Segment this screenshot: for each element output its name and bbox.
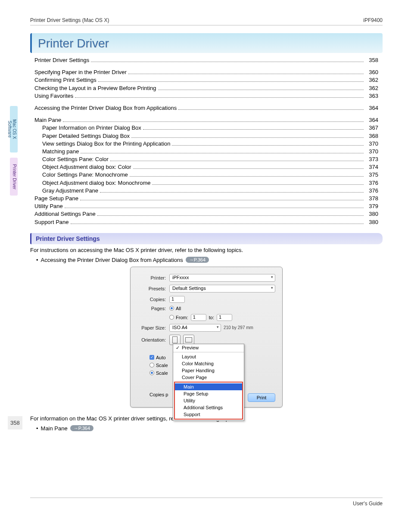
toc-label: Confirming Print Settings xyxy=(34,76,97,84)
bullet-icon: • xyxy=(36,425,38,432)
popup-item[interactable]: Support xyxy=(175,411,242,418)
toc-row[interactable]: Color Settings Pane: Monochrome 375 xyxy=(34,171,378,179)
toc-row[interactable]: Specifying Paper in the Printer Driver 3… xyxy=(34,68,378,76)
to-input[interactable]: 1 xyxy=(217,314,232,321)
toc-page: 362 xyxy=(365,84,378,92)
toc-page: 368 xyxy=(365,132,378,140)
copies-label: Copies: xyxy=(137,297,169,302)
toc-label: Page Setup Pane xyxy=(34,195,78,202)
toc-row[interactable]: Confirming Print Settings 362 xyxy=(34,76,378,84)
toc-page: 360 xyxy=(365,68,378,76)
popup-item[interactable]: Layout xyxy=(173,353,244,360)
papersize-select[interactable]: ISO A4 xyxy=(169,324,221,332)
footer: User's Guide xyxy=(30,498,383,507)
toc-page: 373 xyxy=(365,156,378,163)
toc-row[interactable]: Page Setup Pane 378 xyxy=(34,195,378,202)
copies-input[interactable]: 1 xyxy=(169,296,185,303)
toc-label: Utility Pane xyxy=(34,202,63,210)
toc-label: Accessing the Printer Driver Dialog Box … xyxy=(34,104,177,112)
print-dialog: Printer: iPFxxxx Presets: Default Settin… xyxy=(130,267,283,408)
size-note: 210 by 297 mm xyxy=(224,325,253,330)
toc-page: 380 xyxy=(365,210,378,218)
toc-label: Paper Detailed Settings Dialog Box xyxy=(34,132,130,140)
pane-popup[interactable]: Preview LayoutColor MatchingPaper Handli… xyxy=(173,344,244,421)
toc-row[interactable]: Color Settings Pane: Color 373 xyxy=(34,156,378,163)
pages-all-radio[interactable] xyxy=(169,306,174,311)
toc-row[interactable]: Support Pane 380 xyxy=(34,218,378,226)
toc-label: Gray Adjustment Pane xyxy=(34,187,98,195)
scale-radio-1[interactable] xyxy=(149,363,154,367)
toc-label: Checking the Layout in a Preview Before … xyxy=(34,84,156,92)
toc-page: 376 xyxy=(365,187,378,195)
toc-label: Main Pane xyxy=(34,116,61,124)
toc-row[interactable]: Paper Detailed Settings Dialog Box 368 xyxy=(34,132,378,140)
toc-row[interactable]: Using Favorites 363 xyxy=(34,92,378,100)
toc-label: Printer Driver Settings xyxy=(34,56,89,64)
print-button[interactable]: Print xyxy=(248,393,275,402)
toc-label: Support Pane xyxy=(34,218,69,226)
page-number-badge: 358 xyxy=(8,416,22,429)
toc-page: 364 xyxy=(365,104,378,112)
intro-text-1: For instructions on accessing the Mac OS… xyxy=(30,247,383,253)
papersize-label: Paper Size: xyxy=(137,325,169,330)
toc-label: Object Adjustment dialog box: Monochrome xyxy=(34,179,150,187)
presets-select[interactable]: Default Settings xyxy=(169,285,275,292)
toc-label: Additional Settings Pane xyxy=(34,210,96,218)
toc-page: 364 xyxy=(365,116,378,124)
popup-item[interactable]: Color Matching xyxy=(173,360,244,367)
auto-check[interactable] xyxy=(149,355,154,360)
toc-row[interactable]: Main Pane 364 xyxy=(34,116,378,124)
toc-page: 375 xyxy=(365,171,378,179)
toc-page: 379 xyxy=(365,202,378,210)
presets-label: Presets: xyxy=(137,286,169,291)
toc-label: Color Settings Pane: Color xyxy=(34,156,109,163)
toc-row[interactable]: Matching pane 370 xyxy=(34,148,378,156)
bullet-icon: • xyxy=(36,257,38,263)
model-name: iPF9400 xyxy=(363,17,383,23)
toc-page: 370 xyxy=(365,148,378,156)
popup-main[interactable]: Main xyxy=(175,383,242,390)
toc-row[interactable]: Object Adjustment dialog box: Monochrome… xyxy=(34,179,378,187)
popup-item[interactable]: Cover Page xyxy=(173,374,244,381)
page-header: Printer Driver Settings (Mac OS X) iPF94… xyxy=(30,17,383,25)
toc-row[interactable]: Accessing the Printer Driver Dialog Box … xyxy=(34,104,378,112)
toc-page: 367 xyxy=(365,124,378,132)
toc-row[interactable]: Checking the Layout in a Preview Before … xyxy=(34,84,378,92)
toc-label: Matching pane xyxy=(34,148,79,156)
popup-item[interactable]: Utility xyxy=(175,397,242,404)
popup-preview[interactable]: Preview xyxy=(173,344,244,351)
breadcrumb: Printer Driver Settings (Mac OS X) xyxy=(30,17,109,23)
toc-label: Paper Information on Printer Dialog Box xyxy=(34,124,141,132)
toc-row[interactable]: Utility Pane 379 xyxy=(34,202,378,210)
toc-row[interactable]: Paper Information on Printer Dialog Box … xyxy=(34,124,378,132)
copies-p-label: Copies p xyxy=(149,392,168,397)
scale-radio-2[interactable] xyxy=(149,370,154,375)
section-heading: Printer Driver Settings xyxy=(30,233,383,244)
toc-page: 362 xyxy=(365,76,378,84)
toc-page: 370 xyxy=(365,140,378,148)
bullet-link-2[interactable]: • Main Pane →P.364 xyxy=(36,425,383,432)
printer-select[interactable]: iPFxxxx xyxy=(169,274,275,282)
toc-row[interactable]: View settings Dialog Box for the Printin… xyxy=(34,140,378,148)
page-ref-pill[interactable]: →P.364 xyxy=(70,425,93,431)
page-ref-pill[interactable]: →P.364 xyxy=(186,257,209,263)
toc-label: Color Settings Pane: Monochrome xyxy=(34,171,128,179)
bullet-link-1[interactable]: • Accessing the Printer Driver Dialog Bo… xyxy=(36,257,383,263)
toc-row[interactable]: Gray Adjustment Pane 376 xyxy=(34,187,378,195)
pages-from-radio[interactable] xyxy=(169,315,174,320)
toc-row[interactable]: Printer Driver Settings 358 xyxy=(34,56,378,64)
toc-label: View settings Dialog Box for the Printin… xyxy=(34,140,170,148)
toc-page: 378 xyxy=(365,195,378,202)
side-tab-software: Mac OS X Software xyxy=(10,106,18,152)
toc-page: 376 xyxy=(365,179,378,187)
popup-item[interactable]: Paper Handling xyxy=(173,367,244,374)
toc-page: 380 xyxy=(365,218,378,226)
orientation-label: Orientation: xyxy=(137,337,169,342)
popup-item[interactable]: Page Setup xyxy=(175,390,242,397)
table-of-contents: Printer Driver Settings 358Specifying Pa… xyxy=(30,56,383,230)
toc-row[interactable]: Additional Settings Pane 380 xyxy=(34,210,378,218)
from-input[interactable]: 1 xyxy=(191,314,206,321)
toc-row[interactable]: Object Adjustment dialog box: Color 374 xyxy=(34,163,378,171)
printer-label: Printer: xyxy=(137,275,169,280)
popup-item[interactable]: Additional Settings xyxy=(175,404,242,411)
